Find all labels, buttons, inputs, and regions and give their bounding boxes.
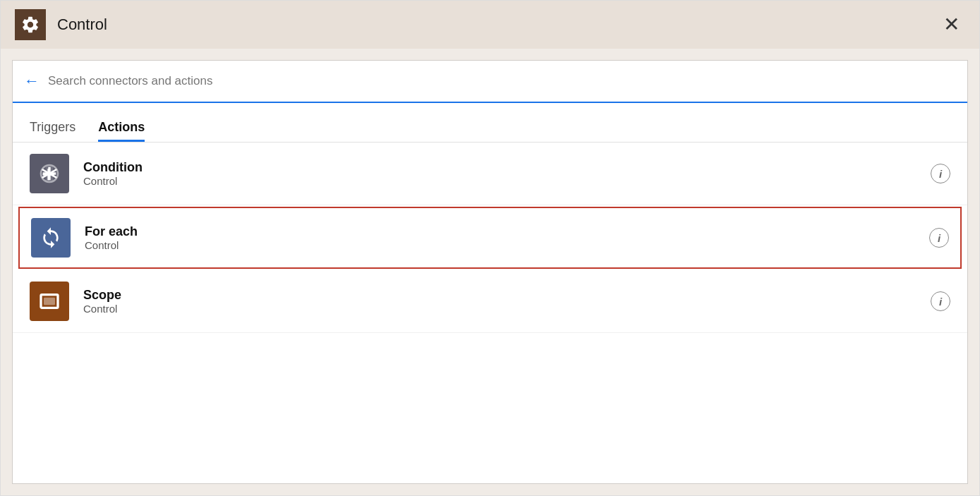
scope-icon bbox=[38, 290, 61, 313]
tabs: Triggers Actions bbox=[13, 103, 967, 143]
for-each-text: For each Control bbox=[85, 224, 921, 251]
for-each-name: For each bbox=[85, 224, 921, 239]
search-input[interactable] bbox=[48, 74, 956, 88]
list-item-scope[interactable]: Scope Control i bbox=[13, 270, 967, 333]
header: Control ✕ bbox=[1, 1, 979, 49]
main-content: ← Triggers Actions bbox=[12, 60, 968, 484]
items-list: Condition Control i For each Control i bbox=[13, 143, 967, 483]
tab-actions[interactable]: Actions bbox=[98, 120, 145, 142]
condition-info-button[interactable]: i bbox=[931, 164, 950, 183]
panel: Control ✕ ← Triggers Actions bbox=[0, 0, 980, 496]
list-item-for-each[interactable]: For each Control i bbox=[18, 207, 962, 269]
gear-icon bbox=[20, 15, 40, 35]
condition-icon bbox=[38, 162, 61, 185]
scope-text: Scope Control bbox=[83, 288, 922, 315]
condition-name: Condition bbox=[83, 160, 922, 175]
search-bar: ← bbox=[13, 61, 967, 103]
scope-name: Scope bbox=[83, 288, 922, 303]
for-each-icon bbox=[40, 226, 62, 249]
scope-icon-box bbox=[30, 282, 69, 321]
for-each-icon-box bbox=[31, 218, 71, 258]
list-item-condition[interactable]: Condition Control i bbox=[13, 143, 967, 205]
back-button[interactable]: ← bbox=[24, 72, 40, 90]
for-each-subtitle: Control bbox=[85, 239, 921, 251]
tab-triggers[interactable]: Triggers bbox=[30, 120, 75, 142]
condition-text: Condition Control bbox=[83, 160, 922, 187]
close-button[interactable]: ✕ bbox=[938, 12, 965, 37]
for-each-info-button[interactable]: i bbox=[929, 228, 949, 248]
condition-icon-box bbox=[30, 154, 69, 193]
header-icon-box bbox=[15, 9, 46, 40]
scope-subtitle: Control bbox=[83, 303, 922, 315]
scope-info-button[interactable]: i bbox=[931, 291, 950, 311]
header-title: Control bbox=[57, 16, 938, 34]
condition-subtitle: Control bbox=[83, 175, 922, 187]
svg-rect-2 bbox=[44, 298, 55, 306]
